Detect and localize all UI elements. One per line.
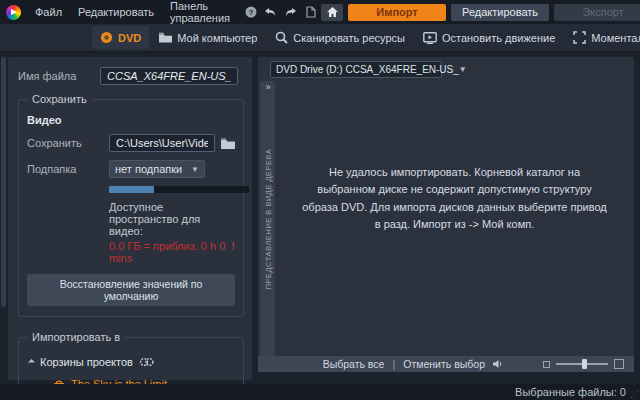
project-bins-row[interactable]: Корзины проектов — [29, 356, 235, 368]
tree-view-label: ПРЕДСТАВЛЕНИЕ В ВИДЕ ДЕРЕВА — [263, 148, 272, 289]
tab-snapshot[interactable]: Моментальный снимок — [565, 26, 640, 49]
document-icon[interactable] — [304, 6, 317, 19]
tab-dvd[interactable]: DVD — [92, 26, 149, 49]
filename-label: Имя файла — [18, 70, 94, 82]
mode-tab-export[interactable]: Экспорт — [554, 4, 640, 21]
zoom-slider-thumb[interactable] — [582, 359, 587, 369]
snapshot-frame-icon — [573, 31, 586, 44]
subfolder-select[interactable]: нет подпапки ▼ — [109, 160, 205, 178]
warning-mark: ! — [231, 240, 235, 264]
zoom-in-icon[interactable] — [614, 359, 624, 369]
expand-strip-icon[interactable]: » — [265, 83, 269, 92]
mode-tab-import[interactable]: Импорт — [348, 4, 446, 21]
select-all-link[interactable]: Выбрать все — [323, 358, 385, 370]
resize-grip[interactable]: ⋰ — [630, 389, 639, 399]
tree-view-strip[interactable]: » ПРЕДСТАВЛЕНИЕ В ВИДЕ ДЕРЕВА — [260, 81, 275, 356]
menu-control-panel[interactable]: Панель управления — [164, 0, 236, 27]
save-group: Сохранить Видео Сохранить Подпапка нет п… — [18, 99, 244, 317]
help-icon[interactable]: ? — [244, 6, 257, 19]
bins-settings-icon[interactable] — [139, 356, 154, 368]
deselect-link[interactable]: Отменить выбор — [403, 358, 485, 370]
home-button[interactable] — [321, 4, 343, 21]
stop-motion-icon — [423, 32, 437, 44]
browse-folder-icon[interactable] — [221, 138, 235, 149]
app-logo-icon — [6, 5, 21, 20]
save-path-input[interactable] — [109, 134, 215, 152]
tab-stop-motion[interactable]: Остановить движение — [415, 27, 563, 49]
left-scrollbar[interactable] — [1, 57, 6, 307]
status-bar: Выбранные файлы: 0 ⋰ — [0, 384, 640, 400]
menu-file[interactable]: Файл — [29, 3, 68, 21]
selected-files-count: Выбранные файлы: 0 — [515, 386, 626, 398]
space-available-value: 0.0 ГБ = приблиз. 0 h 0 mins — [109, 240, 231, 264]
save-group-title: Сохранить — [27, 93, 92, 105]
tab-my-computer[interactable]: Мой компьютер — [151, 27, 265, 49]
undo-icon[interactable] — [264, 6, 277, 19]
chevron-down-icon: ▼ — [191, 165, 199, 174]
video-heading: Видео — [27, 114, 235, 126]
import-to-title: Импортировать в — [27, 331, 125, 343]
svg-text:?: ? — [248, 8, 253, 17]
main-area: Имя файла Сохранить Видео Сохранить Подп… — [0, 53, 640, 384]
import-error-message: Не удалось импортировать. Корневой катал… — [299, 164, 610, 232]
zoom-out-icon[interactable] — [543, 361, 550, 368]
search-icon — [275, 31, 288, 44]
expand-triangle-icon[interactable] — [28, 358, 35, 365]
import-settings-panel: Имя файла Сохранить Видео Сохранить Подп… — [8, 57, 252, 380]
home-icon — [327, 7, 338, 17]
capture-tab-bar: DVD Мой компьютер Сканировать ресурсы Ос… — [0, 24, 640, 52]
chevron-down-icon: ▼ — [459, 65, 467, 74]
disk-space-fill — [109, 186, 154, 193]
mode-tab-edit[interactable]: Редактировать — [451, 4, 549, 21]
title-bar: Файл Редактировать Панель управления ? И… — [0, 0, 640, 24]
drive-select[interactable]: DVD Drive (D:) CCSA_X64FRE_EN-US_ ▼ — [270, 61, 442, 78]
toolbar-separator: | — [392, 358, 395, 370]
save-path-label: Сохранить — [27, 137, 103, 149]
dvd-disc-icon — [100, 31, 113, 44]
message-area: Не удалось импортировать. Корневой катал… — [275, 81, 634, 356]
media-browser-panel: DVD Drive (D:) CCSA_X64FRE_EN-US_ ▼ » ПР… — [258, 57, 634, 372]
filename-input[interactable] — [100, 67, 238, 85]
thumbnail-zoom-slider[interactable] — [556, 363, 608, 365]
subfolder-label: Подпапка — [27, 163, 103, 175]
disk-space-bar — [109, 186, 249, 193]
project-bins-label: Корзины проектов — [40, 356, 133, 368]
space-available-label: Доступное пространство для видео: — [109, 201, 235, 237]
tab-scan-assets[interactable]: Сканировать ресурсы — [267, 26, 413, 49]
folder-icon — [159, 32, 172, 43]
speaker-icon[interactable] — [493, 359, 505, 369]
restore-defaults-button[interactable]: Восстановление значений по умолчанию — [27, 274, 235, 306]
browser-toolbar: Выбрать все | Отменить выбор — [258, 356, 634, 372]
menu-edit[interactable]: Редактировать — [72, 3, 160, 21]
redo-icon[interactable] — [284, 6, 297, 19]
